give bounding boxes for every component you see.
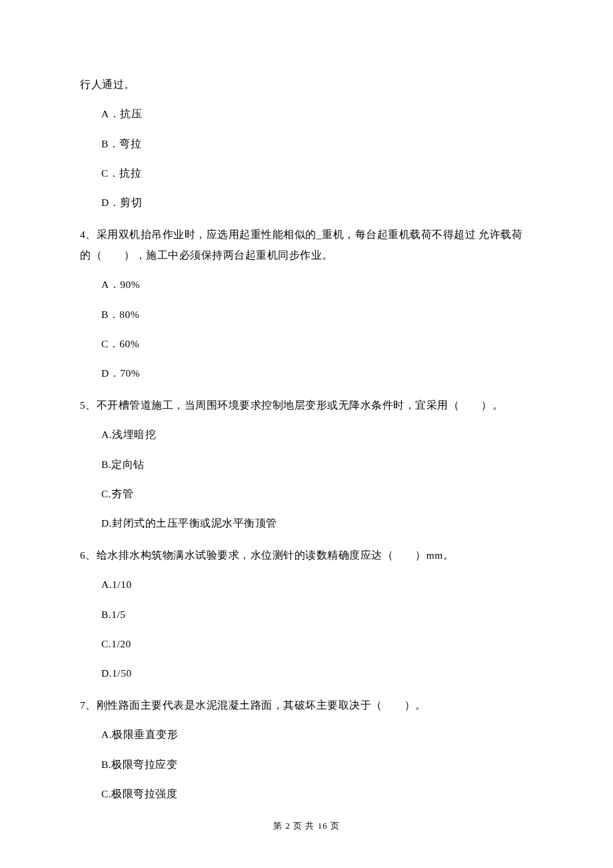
q4-option-c: C．60% bbox=[80, 336, 533, 351]
q7-option-c: C.极限弯拉强度 bbox=[80, 786, 533, 801]
q4-text: 4、采用双机抬吊作业时，应选用起重性能相似的_重机，每台起重机载荷不得超过 允许… bbox=[80, 224, 533, 265]
q3-option-a: A．抗压 bbox=[80, 106, 533, 121]
q4-option-a: A．90% bbox=[80, 277, 533, 292]
q6-text: 6、给水排水构筑物满水试验要求，水位测针的读数精确度应达（ ）mm。 bbox=[80, 545, 533, 565]
q6-option-c: C.1/20 bbox=[80, 636, 533, 651]
q3-option-b: B．弯拉 bbox=[80, 136, 533, 151]
q5-option-c: C.夯管 bbox=[80, 486, 533, 501]
q5-option-b: B.定向钻 bbox=[80, 457, 533, 472]
continuation-text: 行人通过。 bbox=[80, 77, 533, 92]
q5-option-d: D.封闭式的土压平衡或泥水平衡顶管 bbox=[80, 515, 533, 531]
page-footer: 第 2 页 共 16 页 bbox=[0, 820, 613, 832]
q4-option-b: B．80% bbox=[80, 307, 533, 322]
q7-text: 7、刚性路面主要代表是水泥混凝土路面，其破坏主要取决于（ ）。 bbox=[80, 695, 533, 715]
q5-option-a: A.浅埋暗挖 bbox=[80, 427, 533, 442]
q4-option-d: D．70% bbox=[80, 365, 533, 381]
q6-option-d: D.1/50 bbox=[80, 665, 533, 681]
q3-option-d: D．剪切 bbox=[80, 195, 533, 210]
q7-option-b: B.极限弯拉应变 bbox=[80, 757, 533, 772]
q3-option-c: C．抗拉 bbox=[80, 165, 533, 181]
q6-option-a: A.1/10 bbox=[80, 577, 533, 592]
q7-option-a: A.极限垂直变形 bbox=[80, 727, 533, 742]
page-content: 行人通过。 A．抗压 B．弯拉 C．抗拉 D．剪切 4、采用双机抬吊作业时，应选… bbox=[0, 0, 613, 801]
q6-option-b: B.1/5 bbox=[80, 607, 533, 622]
q5-text: 5、不开槽管道施工，当周围环境要求控制地层变形或无降水条件时，宜采用（ ）。 bbox=[80, 395, 533, 415]
